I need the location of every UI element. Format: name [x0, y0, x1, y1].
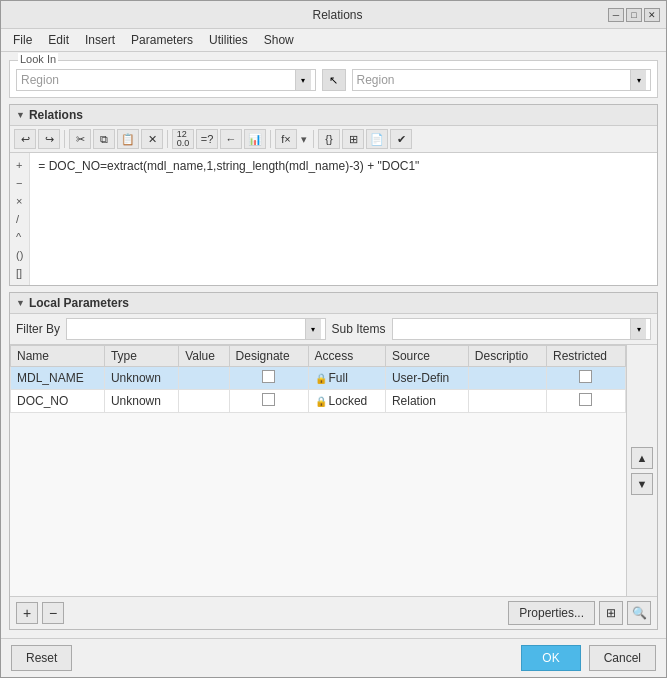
- restore-button[interactable]: □: [626, 8, 642, 22]
- check-button[interactable]: ✔: [390, 129, 412, 149]
- redo-button[interactable]: ↪: [38, 129, 60, 149]
- search-icon-button[interactable]: 🔍: [627, 601, 651, 625]
- op-pow[interactable]: ^: [14, 229, 25, 245]
- op-add[interactable]: +: [14, 157, 25, 173]
- col-type: Type: [104, 346, 178, 367]
- row1-designate[interactable]: [229, 367, 308, 390]
- close-button[interactable]: ✕: [644, 8, 660, 22]
- equals-button[interactable]: =?: [196, 129, 218, 149]
- op-parens[interactable]: (): [14, 247, 25, 263]
- menu-parameters[interactable]: Parameters: [123, 31, 201, 49]
- row2-type: Unknown: [104, 390, 178, 413]
- title-bar: Relations ─ □ ✕: [1, 1, 666, 29]
- relations-collapse-icon[interactable]: ▼: [16, 110, 25, 120]
- row2-designate[interactable]: [229, 390, 308, 413]
- row1-restricted[interactable]: [546, 367, 625, 390]
- row1-designate-cb[interactable]: [262, 370, 275, 383]
- arrow-left-button[interactable]: ←: [220, 129, 242, 149]
- row2-description: [468, 390, 546, 413]
- properties-button[interactable]: Properties...: [508, 601, 595, 625]
- row2-source: Relation: [385, 390, 468, 413]
- menu-insert[interactable]: Insert: [77, 31, 123, 49]
- ok-button[interactable]: OK: [521, 645, 580, 671]
- table-row[interactable]: DOC_NO Unknown 🔒 Locked: [11, 390, 626, 413]
- chart-button[interactable]: 📊: [244, 129, 266, 149]
- num-format-button[interactable]: 120.0: [172, 129, 194, 149]
- pointer-button[interactable]: ↖: [322, 69, 346, 91]
- row1-value: [179, 367, 229, 390]
- toolbar-sep-2: [167, 130, 168, 148]
- look-in-left-combo[interactable]: Region ▾: [16, 69, 316, 91]
- window-title: Relations: [67, 8, 608, 22]
- main-window: Relations ─ □ ✕ File Edit Insert Paramet…: [0, 0, 667, 678]
- add-param-button[interactable]: +: [16, 602, 38, 624]
- row2-name: DOC_NO: [11, 390, 105, 413]
- menu-utilities[interactable]: Utilities: [201, 31, 256, 49]
- row1-access: 🔒 Full: [308, 367, 385, 390]
- op-sub[interactable]: −: [14, 175, 25, 191]
- cancel-button[interactable]: Cancel: [589, 645, 656, 671]
- toolbar-sep-3: [270, 130, 271, 148]
- row2-restricted[interactable]: [546, 390, 625, 413]
- op-brackets[interactable]: []: [14, 265, 25, 281]
- fx-button[interactable]: f×: [275, 129, 297, 149]
- col-source: Source: [385, 346, 468, 367]
- filter-by-arrow[interactable]: ▾: [305, 319, 321, 339]
- fx-dropdown[interactable]: ▾: [299, 133, 309, 146]
- doc-button[interactable]: 📄: [366, 129, 388, 149]
- row2-designate-cb[interactable]: [262, 393, 275, 406]
- braces-button[interactable]: {}: [318, 129, 340, 149]
- col-access: Access: [308, 346, 385, 367]
- table-button[interactable]: ⊞: [342, 129, 364, 149]
- grid-icon-button[interactable]: ⊞: [599, 601, 623, 625]
- move-down-button[interactable]: ▼: [631, 473, 653, 495]
- sub-items-combo[interactable]: ▾: [392, 318, 651, 340]
- look-in-section: Look In Region ▾ ↖ Region ▾: [9, 60, 658, 98]
- move-up-button[interactable]: ▲: [631, 447, 653, 469]
- op-div[interactable]: /: [14, 211, 25, 227]
- relations-section: ▼ Relations ↩ ↪ ✂ ⧉ 📋 ✕ 120.0 =? ← 📊 f× …: [9, 104, 658, 286]
- menu-file[interactable]: File: [5, 31, 40, 49]
- menu-edit[interactable]: Edit: [40, 31, 77, 49]
- col-description: Descriptio: [468, 346, 546, 367]
- look-in-right-combo[interactable]: Region ▾: [352, 69, 652, 91]
- params-table: Name Type Value Designate Access Source …: [10, 345, 626, 413]
- row2-access: 🔒 Locked: [308, 390, 385, 413]
- row1-restricted-cb[interactable]: [579, 370, 592, 383]
- expression-area: + − × / ^ () [] = DOC_NO=extract(mdl_nam…: [10, 153, 657, 285]
- row1-source: User-Defin: [385, 367, 468, 390]
- table-arrow-buttons: ▲ ▼: [626, 345, 657, 596]
- row2-restricted-cb[interactable]: [579, 393, 592, 406]
- table-with-arrows: Name Type Value Designate Access Source …: [10, 345, 657, 596]
- params-table-scroll[interactable]: Name Type Value Designate Access Source …: [10, 345, 626, 596]
- local-params-title: Local Parameters: [29, 296, 129, 310]
- copy-button[interactable]: ⧉: [93, 129, 115, 149]
- reset-button[interactable]: Reset: [11, 645, 72, 671]
- op-mul[interactable]: ×: [14, 193, 25, 209]
- local-params-section: ▼ Local Parameters Filter By ▾ Sub Items…: [9, 292, 658, 630]
- toolbar-sep-4: [313, 130, 314, 148]
- sub-items-arrow[interactable]: ▾: [630, 319, 646, 339]
- minimize-button[interactable]: ─: [608, 8, 624, 22]
- local-params-collapse-icon[interactable]: ▼: [16, 298, 25, 308]
- relations-title: Relations: [29, 108, 83, 122]
- filter-by-combo[interactable]: ▾: [66, 318, 325, 340]
- paste-button[interactable]: 📋: [117, 129, 139, 149]
- remove-param-button[interactable]: −: [42, 602, 64, 624]
- look-in-row: Region ▾ ↖ Region ▾: [16, 69, 651, 91]
- look-in-left-arrow[interactable]: ▾: [295, 70, 311, 90]
- look-in-right-arrow[interactable]: ▾: [630, 70, 646, 90]
- cut-button[interactable]: ✂: [69, 129, 91, 149]
- row1-access-text: Full: [329, 371, 348, 385]
- window-controls: ─ □ ✕: [608, 8, 660, 22]
- operators-panel: + − × / ^ () []: [10, 153, 30, 285]
- look-in-left-value: Region: [21, 73, 295, 87]
- expression-content[interactable]: = DOC_NO=extract(mdl_name,1,string_lengt…: [30, 153, 657, 285]
- delete-button[interactable]: ✕: [141, 129, 163, 149]
- row1-type: Unknown: [104, 367, 178, 390]
- menu-show[interactable]: Show: [256, 31, 302, 49]
- table-row[interactable]: MDL_NAME Unknown 🔒 Full: [11, 367, 626, 390]
- filter-by-label: Filter By: [16, 322, 60, 336]
- main-content: Look In Region ▾ ↖ Region ▾ ▼ Relations: [1, 52, 666, 638]
- undo-button[interactable]: ↩: [14, 129, 36, 149]
